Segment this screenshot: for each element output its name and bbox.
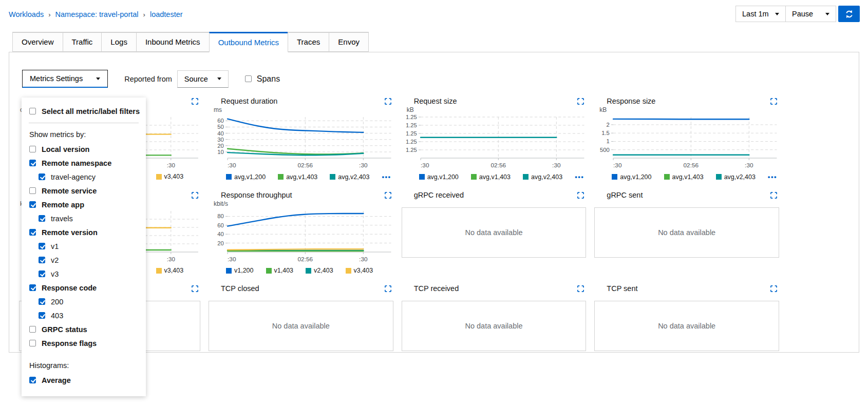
- legend-swatch: [226, 268, 232, 274]
- checkbox-response-code[interactable]: [29, 284, 36, 291]
- expand-chart-icon[interactable]: [192, 192, 198, 199]
- more-options-icon[interactable]: •••: [768, 173, 777, 181]
- breadcrumb-link-workloads[interactable]: Workloads: [9, 10, 44, 18]
- metrics-settings-dropdown[interactable]: Metrics Settings: [22, 70, 108, 88]
- legend-label: avg,v2,403: [724, 173, 756, 181]
- menu-item-local-version[interactable]: Local version: [22, 142, 146, 156]
- duration-dropdown[interactable]: Last 1m: [735, 6, 786, 22]
- svg-text:40: 40: [217, 130, 224, 137]
- legend-item-v3-403[interactable]: v3,403: [346, 267, 373, 274]
- expand-chart-icon[interactable]: [385, 285, 391, 292]
- checkbox-response-flags[interactable]: [29, 340, 36, 346]
- checkbox-local-version[interactable]: [29, 146, 36, 152]
- expand-chart-icon[interactable]: [192, 98, 198, 105]
- tab-outbound-metrics[interactable]: Outbound Metrics: [209, 32, 288, 52]
- checkbox-travel-agency[interactable]: [39, 173, 45, 180]
- legend-item-v2-403[interactable]: v2,403: [306, 267, 333, 274]
- checkbox-remote-service[interactable]: [29, 187, 36, 194]
- checkbox-v2[interactable]: [39, 257, 45, 263]
- spans-checkbox[interactable]: [245, 75, 252, 82]
- menu-item-travels[interactable]: travels: [22, 211, 146, 225]
- refresh-mode-dropdown[interactable]: Pause: [786, 6, 836, 22]
- menu-item-response-flags[interactable]: Response flags: [22, 336, 146, 350]
- checkbox-travels[interactable]: [39, 215, 45, 222]
- expand-chart-icon[interactable]: [770, 98, 777, 105]
- menu-item-select-all-metric-label-filters[interactable]: Select all metric/label filters: [22, 104, 146, 118]
- expand-chart-icon[interactable]: [770, 192, 777, 199]
- svg-text::30: :30: [359, 256, 368, 262]
- legend-item-avg-v2-403[interactable]: avg,v2,403: [716, 173, 756, 181]
- more-options-icon[interactable]: •••: [382, 173, 391, 181]
- legend-item-avg-v1-200[interactable]: avg,v1,200: [612, 173, 651, 181]
- legend-item-v1-403[interactable]: v1,403: [266, 267, 294, 274]
- svg-text::30: :30: [167, 256, 175, 262]
- expand-chart-icon[interactable]: [770, 285, 777, 292]
- legend-item-avg-v1-200[interactable]: avg,v1,200: [419, 173, 459, 181]
- menu-item-v1[interactable]: v1: [22, 239, 146, 253]
- menu-item-200[interactable]: 200: [22, 295, 146, 308]
- legend-label: v1,403: [274, 267, 294, 274]
- legend-item-v3-403[interactable]: v3,403: [156, 267, 184, 274]
- refresh-button[interactable]: [838, 6, 860, 22]
- legend-item-avg-v1-200[interactable]: avg,v1,200: [226, 173, 266, 181]
- chart-plot-request-size: 1.251.251.251.251.25:3002:56:30: [400, 114, 589, 171]
- expand-chart-icon[interactable]: [385, 98, 391, 105]
- checkbox-v3[interactable]: [39, 270, 45, 277]
- menu-item-v3[interactable]: v3: [22, 267, 146, 281]
- tab-inbound-metrics[interactable]: Inbound Metrics: [136, 32, 210, 52]
- expand-chart-icon[interactable]: [577, 285, 584, 292]
- menu-item-remote-service[interactable]: Remote service: [22, 184, 146, 198]
- menu-item-v2[interactable]: v2: [22, 253, 146, 267]
- more-options-icon[interactable]: •••: [575, 173, 584, 181]
- reported-from-dropdown[interactable]: Source: [177, 70, 229, 88]
- menu-item-grpc-status[interactable]: GRPC status: [22, 322, 146, 336]
- tab-traffic[interactable]: Traffic: [63, 32, 102, 52]
- expand-chart-icon[interactable]: [385, 192, 391, 199]
- legend-item-v1-200[interactable]: v1,200: [226, 267, 254, 274]
- menu-item-label: Average: [42, 376, 71, 384]
- chart-header: Request size: [400, 94, 589, 106]
- breadcrumb-link-namespace-travel-portal[interactable]: Namespace: travel-portal: [55, 10, 139, 18]
- checkbox-average[interactable]: [29, 377, 36, 383]
- expand-chart-icon[interactable]: [577, 98, 584, 105]
- checkbox-remote-version[interactable]: [29, 229, 36, 236]
- svg-text:02:56: 02:56: [490, 162, 506, 168]
- menu-item-403[interactable]: 403: [22, 308, 146, 322]
- menu-item-travel-agency[interactable]: travel-agency: [22, 170, 146, 184]
- tab-logs[interactable]: Logs: [101, 32, 137, 52]
- checkbox-remote-namespace[interactable]: [29, 160, 36, 166]
- breadcrumb-link-loadtester[interactable]: loadtester: [150, 10, 183, 18]
- metrics-settings-label: Metrics Settings: [30, 74, 83, 83]
- legend-item-avg-v1-403[interactable]: avg,v1,403: [278, 173, 317, 181]
- legend-item-v3-403[interactable]: v3,403: [156, 173, 184, 180]
- reported-from-value: Source: [184, 75, 208, 83]
- checkbox-remote-app[interactable]: [29, 201, 36, 208]
- menu-divider: [29, 123, 139, 123]
- chart-card-tcp-received: TCP receivedNo data available: [400, 281, 589, 352]
- legend-swatch: [330, 174, 335, 180]
- empty-chart-frame: No data available: [402, 207, 587, 258]
- tab-traces[interactable]: Traces: [288, 32, 329, 52]
- legend-item-avg-v1-403[interactable]: avg,v1,403: [664, 173, 704, 181]
- menu-item-average[interactable]: Average: [22, 373, 146, 387]
- expand-chart-icon[interactable]: [192, 285, 198, 292]
- legend-item-avg-v1-403[interactable]: avg,v1,403: [471, 173, 511, 181]
- chart-header: TCP sent: [592, 281, 781, 294]
- checkbox-select-all-metric-label-filters[interactable]: [29, 108, 36, 114]
- tab-overview[interactable]: Overview: [12, 32, 63, 52]
- menu-item-remote-namespace[interactable]: Remote namespace: [22, 156, 146, 170]
- menu-item-remote-version[interactable]: Remote version: [22, 225, 146, 239]
- menu-item-response-code[interactable]: Response code: [22, 281, 146, 295]
- svg-text:02:56: 02:56: [684, 162, 699, 168]
- checkbox-v1[interactable]: [39, 243, 45, 249]
- expand-chart-icon[interactable]: [577, 192, 584, 199]
- checkbox-200[interactable]: [39, 298, 45, 305]
- legend-item-avg-v2-403[interactable]: avg,v2,403: [523, 173, 562, 181]
- chart-title-response-throughput: Response throughput: [221, 191, 292, 199]
- svg-text:20: 20: [217, 143, 224, 149]
- menu-item-remote-app[interactable]: Remote app: [22, 198, 146, 211]
- checkbox-403[interactable]: [39, 312, 45, 319]
- legend-item-avg-v2-403[interactable]: avg,v2,403: [330, 173, 369, 181]
- checkbox-grpc-status[interactable]: [29, 326, 36, 333]
- tab-envoy[interactable]: Envoy: [329, 32, 369, 52]
